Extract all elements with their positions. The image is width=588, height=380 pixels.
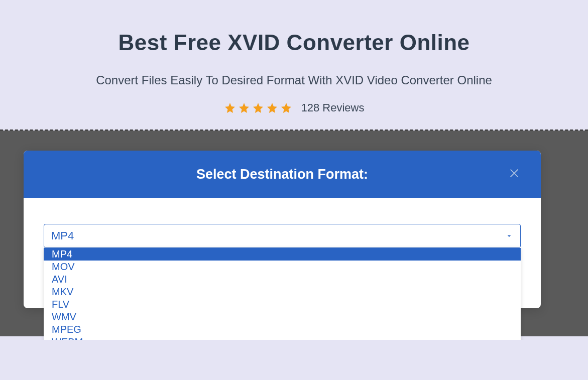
bottom-area bbox=[0, 340, 588, 380]
reviews-count-text: 128 Reviews bbox=[301, 101, 365, 114]
reviews-row: 128 Reviews bbox=[20, 101, 568, 114]
format-option[interactable]: FLV bbox=[44, 298, 521, 311]
star-icon bbox=[238, 102, 250, 114]
format-option[interactable]: MP4 bbox=[44, 248, 521, 261]
star-icon bbox=[252, 102, 264, 114]
page-title: Best Free XVID Converter Online bbox=[20, 30, 568, 55]
modal-body: MP4 MP4 MOV AVI MKV FLV WMV MPEG WEBM OG… bbox=[24, 198, 541, 308]
format-option[interactable]: MOV bbox=[44, 261, 521, 273]
modal-header: Select Destination Format: bbox=[24, 151, 541, 198]
format-modal: Select Destination Format: MP4 MP4 MOV A… bbox=[24, 151, 541, 308]
select-value: MP4 bbox=[51, 229, 74, 242]
format-option[interactable]: MKV bbox=[44, 286, 521, 298]
star-icon bbox=[224, 102, 236, 114]
page-subtitle: Convert Files Easily To Desired Format W… bbox=[20, 73, 568, 87]
stars-container bbox=[224, 102, 292, 114]
header-area: Best Free XVID Converter Online Convert … bbox=[0, 0, 588, 130]
format-option[interactable]: MPEG bbox=[44, 323, 521, 336]
modal-title: Select Destination Format: bbox=[196, 167, 368, 182]
main-backdrop: Select Destination Format: MP4 MP4 MOV A… bbox=[0, 131, 588, 336]
star-icon bbox=[280, 102, 292, 114]
star-icon bbox=[266, 102, 278, 114]
close-icon bbox=[509, 168, 520, 179]
format-option[interactable]: AVI bbox=[44, 273, 521, 286]
chevron-down-icon bbox=[505, 232, 513, 240]
format-select[interactable]: MP4 bbox=[44, 224, 521, 248]
format-option[interactable]: WMV bbox=[44, 311, 521, 323]
close-button[interactable] bbox=[509, 168, 520, 181]
